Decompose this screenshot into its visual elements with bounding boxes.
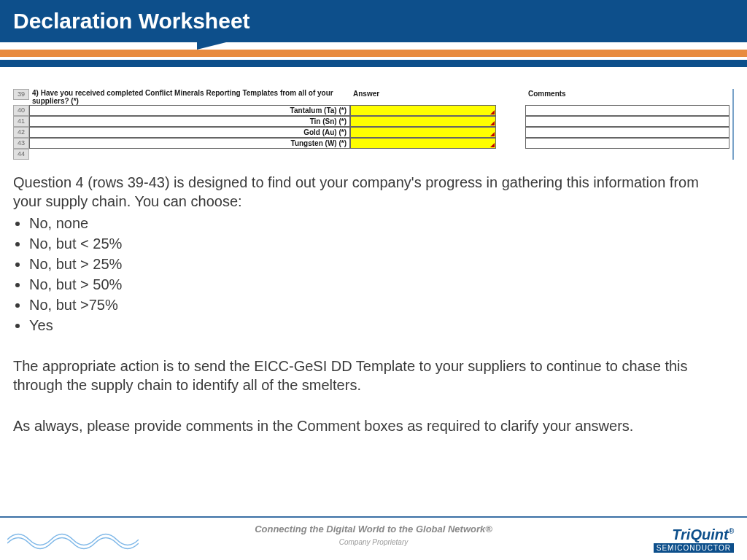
answer-dropdown[interactable] (350, 116, 496, 127)
divider-navy (0, 60, 747, 67)
registered-icon: ® (729, 527, 734, 535)
row-number: 40 (13, 105, 29, 116)
row-number: 44 (13, 149, 29, 160)
slide-header: Declaration Worksheet (0, 0, 747, 42)
list-item: No, none (29, 214, 729, 233)
answer-dropdown[interactable] (350, 127, 496, 138)
company-logo: TriQuint® SEMICONDUCTOR (654, 526, 734, 553)
comments-paragraph: As always, please provide comments in th… (13, 416, 729, 435)
body-text: Question 4 (rows 39-43) is designed to f… (13, 173, 729, 435)
tagline: Connecting the Digital World to the Glob… (0, 524, 747, 534)
list-item: No, but > 50% (29, 275, 729, 294)
answer-dropdown[interactable] (350, 138, 496, 149)
list-item: No, but < 25% (29, 234, 729, 253)
row-number: 43 (13, 138, 29, 149)
row-number: 42 (13, 127, 29, 138)
comment-field[interactable] (525, 138, 729, 149)
logo-name: TriQuint (672, 526, 728, 542)
list-item: No, but > 25% (29, 254, 729, 273)
row-number: 39 (13, 89, 29, 100)
element-label: Tungsten (W) (*) (29, 138, 350, 149)
comment-field[interactable] (525, 116, 729, 127)
comment-field[interactable] (525, 105, 729, 116)
list-item: No, but >75% (29, 295, 729, 314)
comment-field[interactable] (525, 127, 729, 138)
list-item: Yes (29, 316, 729, 335)
answer-header: Answer (350, 89, 496, 100)
action-paragraph: The appropriate action is to send the EI… (13, 357, 729, 394)
row-number: 41 (13, 116, 29, 127)
intro-paragraph: Question 4 (rows 39-43) is designed to f… (13, 173, 729, 211)
element-label: Gold (Au) (*) (29, 127, 350, 138)
answer-dropdown[interactable] (350, 105, 496, 116)
element-label: Tin (Sn) (*) (29, 116, 350, 127)
slide-title: Declaration Worksheet (13, 9, 250, 33)
question-text: 4) Have you received completed Conflict … (29, 89, 350, 105)
divider-orange (0, 50, 747, 57)
slide-footer: Connecting the Digital World to the Glob… (0, 516, 747, 560)
spreadsheet-excerpt: 39 4) Have you received completed Confli… (13, 89, 734, 160)
comments-header: Comments (525, 89, 729, 100)
element-label: Tantalum (Ta) (*) (29, 105, 350, 116)
proprietary-label: Company Proprietary (0, 538, 747, 546)
logo-subtitle: SEMICONDUCTOR (654, 543, 734, 553)
options-list: No, none No, but < 25% No, but > 25% No,… (29, 214, 729, 335)
